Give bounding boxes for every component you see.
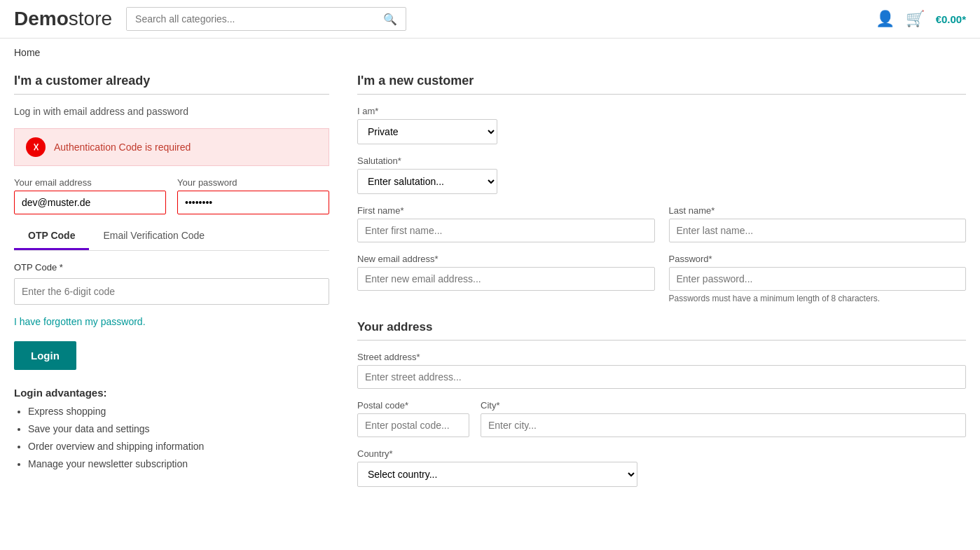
login-subtitle: Log in with email address and password <box>14 106 329 117</box>
password-label: Your password <box>177 177 329 188</box>
lastname-field-group: Last name* <box>669 205 967 242</box>
postal-input[interactable] <box>357 413 469 437</box>
address-title: Your address <box>357 320 966 334</box>
name-row: First name* Last name* <box>357 205 966 242</box>
salutation-label: Salutation* <box>357 156 966 166</box>
postal-city-row: Postal code* City* <box>357 400 966 437</box>
street-field-group: Street address* <box>357 352 966 389</box>
country-select[interactable]: Select country... Germany Austria Switze… <box>357 462 637 487</box>
cart-icon[interactable]: 🛒 <box>906 10 925 28</box>
new-email-label: New email address* <box>357 254 655 264</box>
auth-error-alert: ☓ Authentication Code is required <box>14 128 329 166</box>
breadcrumb: Home <box>0 39 980 67</box>
otp-label: OTP Code * <box>14 262 329 273</box>
password-input[interactable] <box>177 191 329 214</box>
country-label: Country* <box>357 448 966 459</box>
error-message: Authentication Code is required <box>54 142 191 153</box>
otp-input[interactable] <box>14 278 329 305</box>
advantages-section: Login advantages: Express shopping Save … <box>14 387 329 472</box>
list-item: Save your data and settings <box>28 422 329 436</box>
iam-label: I am* <box>357 106 966 116</box>
email-input[interactable] <box>14 191 166 214</box>
password-hint: Passwords must have a minimum length of … <box>669 294 967 303</box>
city-input[interactable] <box>481 413 966 437</box>
header-right: 👤 🛒 €0.00* <box>876 10 966 28</box>
iam-field-group: I am* Private Business <box>357 106 966 144</box>
logo-light: store <box>69 8 112 29</box>
existing-customer-section: I'm a customer already Log in with email… <box>14 67 329 498</box>
search-bar: 🔍 <box>126 7 406 31</box>
firstname-input[interactable] <box>357 219 655 242</box>
main-content: I'm a customer already Log in with email… <box>0 67 980 526</box>
list-item: Order overview and shipping information <box>28 439 329 454</box>
city-field-group: City* <box>481 400 966 437</box>
salutation-select[interactable]: Enter salutation... Mr. Ms. <box>357 169 497 194</box>
email-label: Your email address <box>14 177 166 188</box>
advantages-list: Express shopping Save your data and sett… <box>14 404 329 472</box>
email-password-row: New email address* Password* Passwords m… <box>357 254 966 303</box>
street-input[interactable] <box>357 365 966 389</box>
firstname-label: First name* <box>357 205 655 216</box>
city-label: City* <box>481 400 966 411</box>
left-divider <box>14 94 329 95</box>
new-customer-section: I'm a new customer I am* Private Busines… <box>357 67 966 498</box>
tab-otp[interactable]: OTP Code <box>14 223 89 250</box>
new-email-field-group: New email address* <box>357 254 655 303</box>
login-button[interactable]: Login <box>14 341 76 370</box>
list-item: Express shopping <box>28 404 329 419</box>
advantages-title: Login advantages: <box>14 387 329 399</box>
email-field-group: Your email address <box>14 177 166 214</box>
postal-label: Postal code* <box>357 400 469 411</box>
existing-customer-title: I'm a customer already <box>14 67 329 88</box>
breadcrumb-home[interactable]: Home <box>14 47 40 58</box>
postal-field-group: Postal code* <box>357 400 469 437</box>
right-divider <box>357 94 966 95</box>
tab-email-verification[interactable]: Email Verification Code <box>89 223 219 250</box>
cart-amount[interactable]: €0.00* <box>936 13 966 25</box>
salutation-field-group: Salutation* Enter salutation... Mr. Ms. <box>357 156 966 194</box>
new-customer-title: I'm a new customer <box>357 67 966 88</box>
iam-select[interactable]: Private Business <box>357 119 497 144</box>
list-item: Manage your newsletter subscription <box>28 457 329 472</box>
account-icon[interactable]: 👤 <box>876 10 895 28</box>
search-icon: 🔍 <box>383 13 397 25</box>
forgot-password-link[interactable]: I have forgotten my password. <box>14 316 146 327</box>
search-button[interactable]: 🔍 <box>375 8 406 30</box>
search-input[interactable] <box>127 8 375 30</box>
street-label: Street address* <box>357 352 966 362</box>
firstname-field-group: First name* <box>357 205 655 242</box>
password-field-group: Your password <box>177 177 329 214</box>
login-credentials-row: Your email address Your password <box>14 177 329 214</box>
new-password-input[interactable] <box>669 267 967 291</box>
new-email-input[interactable] <box>357 267 655 291</box>
logo-bold: Demo <box>14 8 69 29</box>
login-button-container: Login <box>14 341 329 370</box>
country-field-group: Country* Select country... Germany Austr… <box>357 448 966 487</box>
new-password-field-group: Password* Passwords must have a minimum … <box>669 254 967 303</box>
header: Demostore 🔍 👤 🛒 €0.00* <box>0 0 980 39</box>
verification-tabs: OTP Code Email Verification Code <box>14 223 329 251</box>
address-divider <box>357 340 966 341</box>
new-password-label: Password* <box>669 254 967 264</box>
error-icon: ☓ <box>26 137 46 157</box>
lastname-input[interactable] <box>669 219 967 242</box>
lastname-label: Last name* <box>669 205 967 216</box>
logo: Demostore <box>14 8 112 30</box>
